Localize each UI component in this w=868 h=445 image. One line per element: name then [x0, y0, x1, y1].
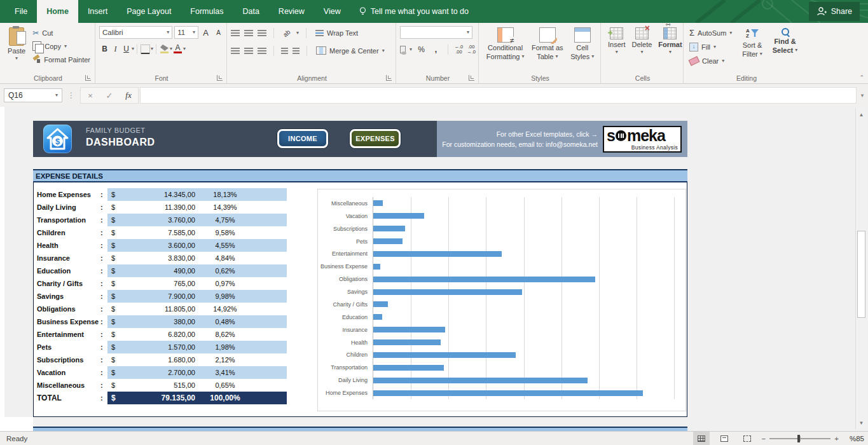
decrease-indent-button[interactable]	[281, 48, 288, 54]
total-stripe: $ 79.135,00 100,00%	[107, 392, 287, 404]
name-box[interactable]: Q16 ▾	[4, 88, 62, 102]
fill-color-button[interactable]	[159, 43, 170, 55]
zoom-slider[interactable]	[769, 438, 830, 439]
promo-line1[interactable]: For other Excel templates, click →	[442, 129, 598, 139]
wrap-text-button[interactable]: Wrap Text	[313, 26, 360, 39]
grow-font-button[interactable]: A	[200, 26, 211, 39]
delete-cells-button[interactable]: Delete ▾	[629, 26, 656, 72]
format-painter-button[interactable]: Format Painter	[31, 53, 92, 66]
worksheet-area[interactable]: $ FAMILY BUDGET DASHBOARD INCOME EXPENSE…	[0, 107, 868, 431]
cell-styles-button[interactable]: Cell Styles▾	[567, 26, 597, 72]
zoom-out-button[interactable]: −	[762, 435, 766, 442]
expand-formula-bar-button[interactable]: ▾	[857, 88, 868, 103]
number-dialog-launcher[interactable]	[469, 75, 474, 81]
italic-button[interactable]: I	[110, 43, 121, 55]
number-format-select[interactable]: ▾	[400, 26, 472, 39]
font-dialog-launcher[interactable]	[217, 75, 223, 81]
vertical-scroll-thumb[interactable]	[857, 231, 865, 318]
increase-decimal-button[interactable]: ←.0 .00	[454, 44, 463, 55]
chart-bar[interactable]	[373, 378, 588, 383]
format-as-table-button[interactable]: Format as Table▾	[528, 26, 567, 72]
chart-bar[interactable]	[373, 264, 380, 270]
align-bottom-button[interactable]	[258, 30, 266, 36]
shrink-font-button[interactable]: A	[213, 26, 224, 39]
insert-function-button[interactable]: fx	[119, 90, 138, 100]
collapse-ribbon-button[interactable]: ⌃	[859, 74, 864, 81]
format-cells-button[interactable]: Format ▾	[655, 26, 685, 72]
chart-bar[interactable]	[373, 277, 595, 282]
chart-bar[interactable]	[373, 226, 405, 231]
tab-view[interactable]: View	[314, 0, 350, 23]
find-select-button[interactable]: Find & Select▾	[769, 26, 801, 72]
income-button[interactable]: INCOME	[277, 129, 328, 148]
sort-filter-button[interactable]: Sort & Filter▾	[739, 26, 765, 72]
accounting-format-button[interactable]	[400, 46, 406, 53]
chart-bar[interactable]	[373, 314, 382, 320]
chart-bar[interactable]	[373, 390, 643, 396]
scroll-up-button[interactable]: ▲	[857, 109, 866, 120]
someka-logo[interactable]: smeka Business Analysis	[603, 126, 682, 153]
expense-bar-chart[interactable]: MiscellaneousVacationSubscriptionsPetsEn…	[317, 189, 686, 411]
zoom-slider-thumb[interactable]	[797, 435, 800, 442]
copy-button[interactable]: Copy ▾	[31, 39, 92, 53]
tab-page-layout[interactable]: Page Layout	[117, 0, 181, 23]
zoom-percentage[interactable]: %85	[845, 435, 864, 442]
tab-insert[interactable]: Insert	[78, 0, 117, 23]
align-top-button[interactable]	[231, 30, 240, 36]
increase-indent-button[interactable]	[293, 48, 300, 54]
formula-input[interactable]	[140, 87, 857, 104]
cut-button[interactable]: ✂ Cut	[31, 26, 92, 39]
chart-bar[interactable]	[373, 327, 445, 332]
paste-button[interactable]: Paste ▾	[4, 26, 29, 72]
borders-button[interactable]	[140, 43, 151, 55]
insert-cells-button[interactable]: Insert ▾	[605, 26, 629, 72]
chart-bar[interactable]	[373, 365, 444, 371]
chart-bar[interactable]	[373, 238, 403, 244]
alignment-dialog-launcher[interactable]	[386, 75, 392, 81]
align-left-button[interactable]	[231, 48, 240, 54]
chart-bar[interactable]	[373, 200, 383, 206]
font-color-button[interactable]: A	[172, 43, 183, 55]
confirm-entry-button[interactable]: ✓	[100, 91, 119, 100]
fill-button[interactable]: ↓ Fill ▾	[687, 40, 734, 53]
expenses-button[interactable]: EXPENSES	[350, 129, 401, 148]
chart-bar[interactable]	[373, 339, 441, 345]
tab-home[interactable]: Home	[37, 0, 78, 23]
tell-me-box[interactable]: Tell me what you want to do	[350, 0, 478, 23]
font-size-select[interactable]: 11 ▾	[174, 26, 198, 39]
tab-data[interactable]: Data	[233, 0, 268, 23]
conditional-formatting-button[interactable]: Conditional Formatting▾	[483, 26, 528, 72]
chart-bar[interactable]	[373, 352, 516, 358]
tab-formulas[interactable]: Formulas	[181, 0, 233, 23]
zoom-in-button[interactable]: +	[834, 435, 839, 442]
tab-file[interactable]: File	[5, 0, 37, 23]
clipboard-dialog-launcher[interactable]	[85, 75, 91, 81]
scroll-down-button[interactable]: ▼	[857, 417, 866, 428]
bold-button[interactable]: B	[99, 43, 110, 55]
align-right-button[interactable]	[258, 48, 266, 54]
font-name-select[interactable]: Calibri ▾	[99, 26, 172, 39]
chart-bar[interactable]	[373, 301, 388, 307]
chart-bar[interactable]	[373, 289, 522, 295]
clear-button[interactable]: Clear ▾	[687, 54, 734, 67]
align-center-button[interactable]	[244, 48, 253, 54]
share-button[interactable]: Share	[809, 2, 860, 21]
autosum-button[interactable]: Σ AutoSum ▾	[687, 26, 734, 39]
page-break-view-button[interactable]	[739, 432, 755, 445]
decrease-decimal-button[interactable]: .00 →.0	[467, 44, 476, 55]
cancel-entry-button[interactable]: ×	[81, 91, 100, 100]
underline-button[interactable]: U	[121, 43, 132, 55]
normal-view-button[interactable]	[693, 432, 710, 445]
chart-bar[interactable]	[373, 213, 424, 219]
merge-center-button[interactable]: Merge & Center ▾	[314, 44, 387, 57]
promo-line2[interactable]: For customization needs, email to: info@…	[442, 139, 598, 149]
comma-style-button[interactable]: ,	[431, 43, 441, 56]
group-cells: Insert ▾ Delete ▾ Format ▾ Cells	[601, 23, 684, 83]
orientation-button[interactable]: ab	[279, 24, 295, 41]
page-layout-view-button[interactable]	[716, 432, 733, 445]
percent-style-button[interactable]: %	[416, 43, 427, 56]
vertical-scrollbar[interactable]: ▲ ▼	[855, 108, 867, 429]
tab-review[interactable]: Review	[269, 0, 314, 23]
chart-bar[interactable]	[373, 251, 502, 257]
align-middle-button[interactable]	[244, 30, 253, 36]
